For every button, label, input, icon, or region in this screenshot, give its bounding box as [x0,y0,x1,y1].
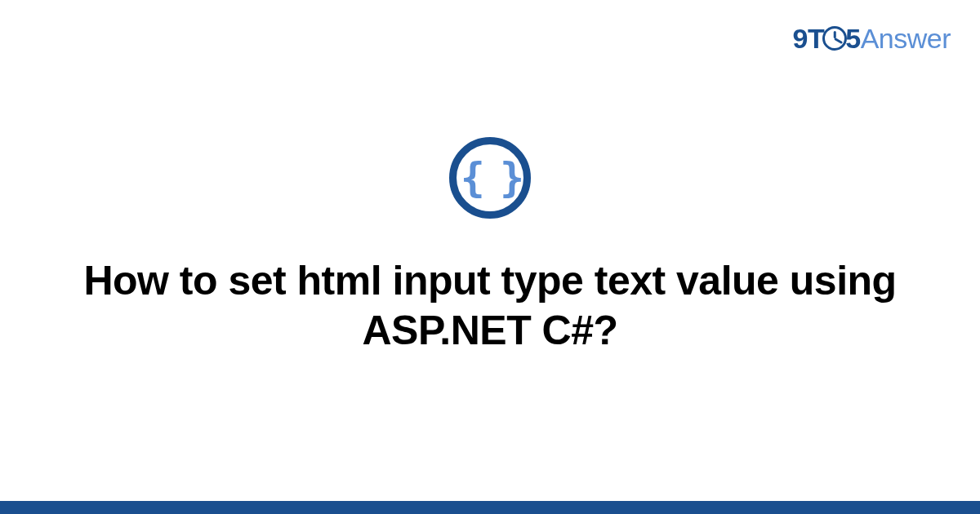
logo-text-9t: 9T [793,23,825,54]
site-logo: 9T5Answer [793,23,951,55]
question-title: How to set html input type text value us… [65,256,915,356]
clock-icon [822,26,847,51]
brace-glyph: { } [461,157,519,198]
content-area: { } How to set html input type text valu… [0,137,980,356]
footer-accent-bar [0,501,980,514]
logo-text-answer: Answer [861,23,951,54]
code-braces-icon: { } [449,137,531,219]
logo-text-5: 5 [845,23,860,54]
